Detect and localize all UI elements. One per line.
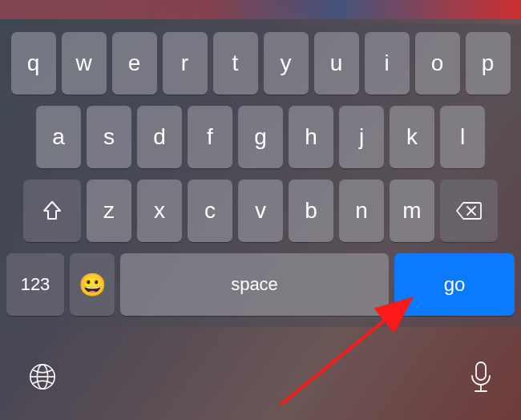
key-f[interactable]: f [188, 106, 232, 168]
key-a[interactable]: a [36, 106, 81, 168]
on-screen-keyboard: q w e r t y u i o p a s d f g h j k l z … [0, 24, 521, 327]
key-label: d [153, 124, 166, 150]
backspace-key[interactable] [440, 180, 498, 242]
key-i[interactable]: i [365, 32, 410, 95]
key-t[interactable]: t [213, 32, 258, 95]
key-label: m [402, 198, 421, 224]
numbers-key[interactable]: 123 [6, 253, 64, 316]
key-label: g [254, 124, 267, 150]
key-label: r [181, 50, 188, 76]
key-w[interactable]: w [62, 32, 107, 95]
key-label: go [444, 273, 466, 296]
status-bar [0, 0, 521, 19]
key-c[interactable]: c [188, 180, 232, 242]
key-p[interactable]: p [466, 32, 511, 95]
key-h[interactable]: h [289, 106, 333, 168]
key-label: k [406, 124, 418, 150]
key-e[interactable]: e [112, 32, 157, 95]
backspace-icon [455, 200, 483, 221]
key-q[interactable]: q [11, 32, 56, 95]
keyboard-row-2: a s d f g h j k l [6, 106, 515, 168]
key-label: s [103, 124, 115, 150]
key-label: p [482, 50, 495, 76]
key-label: j [359, 124, 364, 150]
key-z[interactable]: z [87, 180, 131, 242]
key-k[interactable]: k [390, 106, 434, 168]
key-label: u [330, 50, 343, 76]
key-m[interactable]: m [390, 180, 434, 242]
keyboard-row-3: z x c v b n m [6, 180, 515, 242]
go-button[interactable]: go [394, 253, 515, 316]
key-label: q [27, 50, 40, 76]
key-u[interactable]: u [314, 32, 359, 95]
key-label: h [305, 124, 317, 150]
key-label: a [52, 124, 65, 150]
emoji-key[interactable]: 😀 [70, 253, 115, 316]
microphone-icon[interactable] [468, 360, 494, 394]
shift-key[interactable] [23, 180, 81, 242]
key-label: i [384, 50, 389, 76]
key-l[interactable]: l [440, 106, 485, 168]
key-label: v [255, 198, 266, 224]
svg-rect-5 [476, 362, 486, 380]
shift-icon [40, 199, 64, 223]
keyboard-row-1: q w e r t y u i o p [6, 32, 515, 95]
key-label: e [128, 50, 141, 76]
key-d[interactable]: d [137, 106, 182, 168]
key-label: space [231, 274, 278, 295]
key-g[interactable]: g [238, 106, 283, 168]
key-label: c [204, 198, 216, 224]
key-v[interactable]: v [238, 180, 283, 242]
keyboard-bottom-bar [0, 345, 521, 409]
key-label: y [281, 50, 292, 76]
key-label: t [232, 50, 239, 76]
space-key[interactable]: space [120, 253, 389, 316]
key-label: x [154, 198, 165, 224]
key-x[interactable]: x [137, 180, 182, 242]
key-label: f [207, 124, 213, 150]
keyboard-row-4: 123 😀 space go [6, 253, 515, 316]
globe-icon[interactable] [27, 361, 58, 392]
key-label: b [305, 198, 317, 224]
key-label: o [431, 50, 444, 76]
key-o[interactable]: o [415, 32, 460, 95]
emoji-icon: 😀 [79, 272, 107, 298]
key-y[interactable]: y [264, 32, 309, 95]
key-n[interactable]: n [339, 180, 384, 242]
key-b[interactable]: b [289, 180, 333, 242]
key-label: z [103, 198, 115, 224]
key-r[interactable]: r [163, 32, 208, 95]
key-label: 123 [21, 274, 50, 295]
key-label: l [460, 124, 465, 150]
key-j[interactable]: j [339, 106, 384, 168]
key-label: n [355, 198, 368, 224]
key-s[interactable]: s [87, 106, 131, 168]
key-label: w [75, 50, 91, 76]
